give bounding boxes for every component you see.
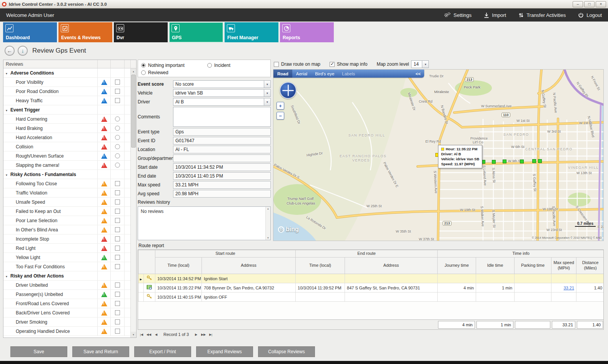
col-end-address[interactable]: Address bbox=[345, 258, 438, 274]
show-map-info-checkbox[interactable] bbox=[330, 62, 335, 67]
review-toggle[interactable] bbox=[115, 246, 120, 251]
comments-input[interactable] bbox=[173, 107, 271, 127]
chevron-down-icon[interactable] bbox=[264, 98, 270, 105]
review-toggle[interactable] bbox=[115, 98, 120, 103]
transfer-activities-button[interactable]: Transfer Activities bbox=[518, 12, 566, 18]
review-row[interactable]: Event Trigger bbox=[3, 105, 130, 115]
route-point-marker[interactable] bbox=[520, 160, 524, 163]
reviews-history-box[interactable]: No reviews ▲▼ bbox=[138, 206, 271, 240]
map-aerial-button[interactable]: Aerial bbox=[292, 70, 311, 78]
minimize-button[interactable]: – bbox=[573, 1, 583, 7]
reviews-scrollbar[interactable]: ▲ ▼ bbox=[130, 68, 136, 337]
review-toggle[interactable] bbox=[115, 227, 120, 232]
event-type-field[interactable]: Gps bbox=[173, 128, 271, 136]
col-parking-time[interactable]: Parking time bbox=[515, 258, 551, 274]
review-row[interactable]: Driver Smoking bbox=[3, 317, 130, 327]
review-toggle[interactable] bbox=[115, 236, 120, 241]
review-row[interactable]: Red Light bbox=[3, 244, 130, 253]
maximize-button[interactable]: □ bbox=[584, 1, 595, 7]
review-toggle[interactable] bbox=[115, 301, 120, 306]
radio-icon[interactable] bbox=[141, 63, 146, 68]
review-toggle[interactable] bbox=[115, 135, 120, 140]
review-row[interactable]: Slapping the camera! bbox=[3, 161, 130, 170]
review-toggle[interactable] bbox=[115, 264, 120, 269]
review-row[interactable]: Back/Driver Lens Covered bbox=[3, 308, 130, 317]
review-row[interactable]: Poor Road Condition bbox=[3, 87, 130, 96]
review-row[interactable]: Following Too Close bbox=[3, 179, 130, 188]
scroll-thumb[interactable] bbox=[131, 75, 136, 148]
draw-route-checkbox[interactable] bbox=[274, 62, 279, 67]
tab-events-reviews[interactable]: Events & Reviews bbox=[58, 22, 112, 42]
event-id-field[interactable]: G017647 bbox=[173, 137, 271, 145]
review-toggle[interactable] bbox=[115, 310, 120, 315]
zoom-level-dropdown[interactable]: 14 bbox=[411, 60, 429, 68]
review-row[interactable]: Risky Actions - Fundamentals bbox=[3, 170, 130, 179]
review-row[interactable]: Yellow Light bbox=[3, 253, 130, 262]
route-point-marker[interactable] bbox=[532, 159, 536, 163]
map-road-button[interactable]: Road bbox=[273, 70, 292, 78]
review-toggle[interactable] bbox=[115, 218, 120, 223]
review-toggle[interactable] bbox=[115, 190, 120, 195]
location-field[interactable]: Al - FL bbox=[173, 146, 271, 153]
review-row[interactable]: Driver Unbelted bbox=[3, 281, 130, 290]
import-button[interactable]: Import bbox=[484, 12, 506, 18]
review-row[interactable]: Hard Cornering bbox=[3, 115, 130, 124]
last-record-button[interactable] bbox=[208, 332, 214, 337]
next-page-button[interactable] bbox=[200, 332, 207, 337]
scroll-down-icon[interactable]: ▼ bbox=[131, 332, 136, 337]
review-toggle[interactable] bbox=[115, 319, 120, 324]
tab-gps[interactable]: GPS bbox=[169, 22, 223, 42]
tab-dvr[interactable]: Dvr bbox=[114, 22, 168, 42]
driver-dropdown[interactable]: Al B bbox=[173, 98, 271, 106]
review-row[interactable]: Operating Handled Device bbox=[3, 327, 130, 336]
col-journey-time[interactable]: Journey time bbox=[438, 258, 476, 274]
radio-reviewed[interactable]: Reviewed bbox=[141, 70, 207, 75]
radio-incident[interactable]: Incident bbox=[207, 63, 267, 68]
review-row[interactable]: Poor Visibility bbox=[3, 78, 130, 87]
review-row[interactable]: Collision bbox=[3, 142, 130, 151]
prev-page-button[interactable] bbox=[146, 332, 152, 337]
next-record-button[interactable] bbox=[193, 332, 199, 337]
radio-icon[interactable] bbox=[207, 63, 212, 68]
review-toggle[interactable] bbox=[115, 181, 120, 186]
close-button[interactable]: × bbox=[596, 1, 606, 7]
col-end-time[interactable]: Time (local) bbox=[296, 258, 345, 274]
export-print-button[interactable]: Export / Print bbox=[134, 346, 191, 357]
review-row[interactable]: In Other's Blind Area bbox=[3, 225, 130, 234]
review-row[interactable]: Failed to Keep an Out bbox=[3, 207, 130, 216]
settings-button[interactable]: Settings bbox=[444, 12, 471, 18]
map-zoom-out-button[interactable] bbox=[277, 112, 284, 120]
prev-record-button[interactable] bbox=[153, 332, 159, 337]
route-point-marker[interactable] bbox=[503, 160, 506, 163]
review-row[interactable]: Hard Acceleration bbox=[3, 133, 130, 142]
tab-fleet-manager[interactable]: Fleet Manager bbox=[225, 22, 278, 42]
scroll-up-icon[interactable]: ▲ bbox=[131, 68, 136, 74]
review-row[interactable]: Heavy Traffic bbox=[3, 96, 130, 105]
bing-map[interactable]: Trudie Dr 213 N Front St Peck Park Miral… bbox=[273, 69, 604, 241]
col-start-address[interactable]: Address bbox=[202, 258, 296, 274]
logout-button[interactable]: Logout bbox=[578, 12, 602, 18]
group-expander-icon[interactable] bbox=[3, 70, 10, 76]
route-row-ignition-start[interactable]: 10/3/2014 11:34:52 PM Ignition Start bbox=[138, 274, 604, 283]
review-row[interactable]: Adverse Conditions bbox=[3, 68, 130, 78]
review-row[interactable]: Front/Road Lens Covered bbox=[3, 299, 130, 308]
review-toggle[interactable] bbox=[115, 329, 120, 334]
review-toggle[interactable] bbox=[115, 283, 120, 288]
review-row[interactable]: Incomplete Stop bbox=[3, 234, 130, 244]
group-expander-icon[interactable] bbox=[3, 107, 10, 113]
group-expander-icon[interactable] bbox=[3, 273, 10, 279]
review-row[interactable]: Too Fast For Conditions bbox=[3, 262, 130, 271]
map-nav-collapse-button[interactable]: << bbox=[412, 71, 424, 76]
review-row[interactable]: Hard Braking bbox=[3, 124, 130, 133]
route-row-ignition-off[interactable]: 10/3/2014 11:40:15 PM Ignition OFF bbox=[138, 293, 604, 302]
review-toggle[interactable] bbox=[115, 255, 120, 260]
review-row[interactable]: Poor Lane Selection bbox=[3, 216, 130, 225]
down-button[interactable] bbox=[18, 46, 28, 56]
route-point-marker[interactable] bbox=[538, 159, 542, 163]
review-toggle[interactable] bbox=[115, 153, 120, 158]
review-row[interactable]: Risky and Other Actions bbox=[3, 271, 130, 281]
first-record-button[interactable] bbox=[138, 332, 145, 337]
review-toggle[interactable] bbox=[115, 199, 120, 204]
col-start-time[interactable]: Time (local) bbox=[155, 258, 202, 274]
review-row[interactable]: Unsafe Speed bbox=[3, 198, 130, 207]
